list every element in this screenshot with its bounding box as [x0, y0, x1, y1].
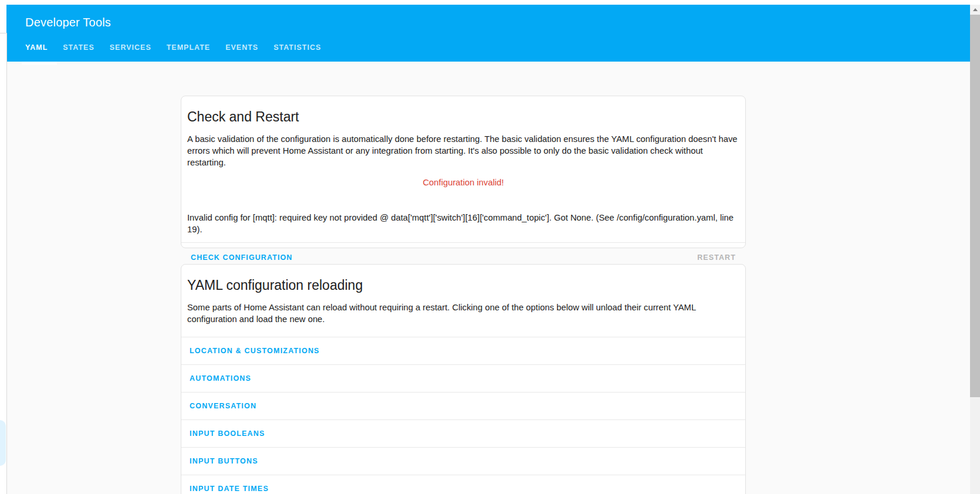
- page-title: Developer Tools: [25, 16, 111, 29]
- check-card-description: A basic validation of the configuration …: [187, 133, 739, 168]
- yaml-reload-card: YAML configuration reloading Some parts …: [181, 264, 746, 494]
- reload-card-title: YAML configuration reloading: [187, 278, 739, 293]
- tab-template[interactable]: TEMPLATE: [167, 43, 210, 52]
- check-and-restart-card: Check and Restart A basic validation of …: [181, 96, 746, 248]
- reload-option-input-date-times[interactable]: INPUT DATE TIMES: [181, 475, 745, 494]
- app-header: Developer Tools YAML STATES SERVICES TEM…: [6, 5, 970, 62]
- tab-services[interactable]: SERVICES: [110, 43, 151, 52]
- tab-bar: YAML STATES SERVICES TEMPLATE EVENTS STA…: [25, 33, 321, 62]
- scrollbar-thumb[interactable]: [970, 15, 980, 397]
- reload-option-input-booleans[interactable]: INPUT BOOLEANS: [181, 419, 745, 447]
- scrollbar-up-button[interactable]: [970, 5, 980, 15]
- sidebar-divider-vertical: [6, 33, 7, 494]
- reload-option-location-customizations[interactable]: LOCATION & CUSTOMIZATIONS: [181, 337, 745, 364]
- tab-events[interactable]: EVENTS: [225, 43, 258, 52]
- scroll-up-icon: [973, 8, 978, 11]
- configuration-error-detail: Invalid config for [mqtt]: required key …: [187, 212, 739, 235]
- tab-states[interactable]: STATES: [63, 43, 94, 52]
- vertical-scrollbar[interactable]: [970, 5, 980, 494]
- window-top-strip: [0, 0, 980, 5]
- check-card-title: Check and Restart: [187, 109, 739, 125]
- check-configuration-button[interactable]: CHECK CONFIGURATION: [190, 250, 293, 265]
- reload-option-automations[interactable]: AUTOMATIONS: [181, 364, 745, 392]
- reload-option-conversation[interactable]: CONVERSATION: [181, 392, 745, 419]
- active-tab-indicator: [22, 62, 57, 65]
- reload-option-list: LOCATION & CUSTOMIZATIONS AUTOMATIONS CO…: [181, 337, 745, 494]
- tab-yaml[interactable]: YAML: [25, 43, 48, 52]
- reload-option-input-buttons[interactable]: INPUT BUTTONS: [181, 447, 745, 475]
- reload-card-description: Some parts of Home Assistant can reload …: [187, 302, 739, 325]
- tab-statistics[interactable]: STATISTICS: [273, 43, 321, 52]
- sidebar-item-highlight: [0, 420, 6, 466]
- configuration-invalid-status: Configuration invalid!: [187, 178, 739, 187]
- restart-button[interactable]: RESTART: [696, 250, 737, 265]
